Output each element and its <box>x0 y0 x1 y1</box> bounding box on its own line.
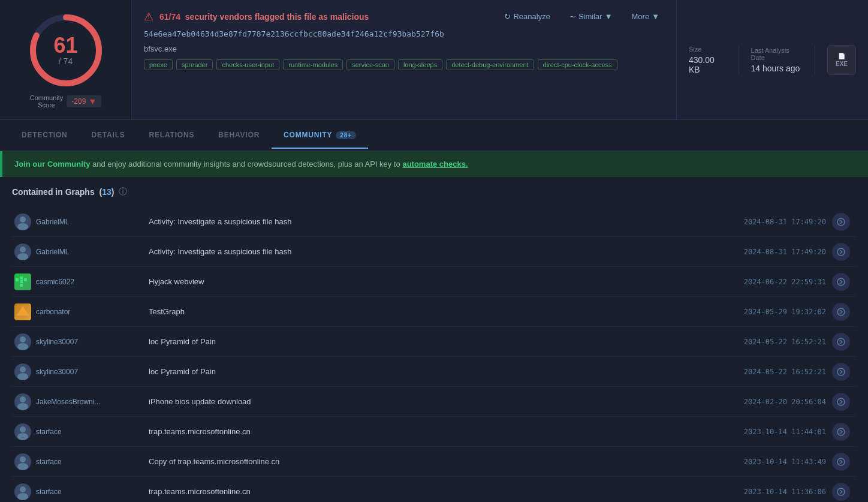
svg-rect-10 <box>24 278 27 281</box>
svg-point-5 <box>20 247 26 252</box>
table-row: carbonatorTestGraph2024-05-29 19:32:02 <box>12 297 856 327</box>
graph-name[interactable]: Hyjack webview <box>144 277 706 286</box>
file-tag[interactable]: checks-user-input <box>216 59 279 70</box>
col-avatar-7: starface <box>12 423 144 440</box>
svg-point-20 <box>17 373 28 380</box>
alert-text: 61/74 security vendors flagged this file… <box>159 12 369 22</box>
tabs-bar: DETECTIONDETAILSRELATIONSBEHAVIORCOMMUNI… <box>0 120 868 151</box>
graph-name[interactable]: iPhone bios update download <box>144 397 706 406</box>
file-name: bfsvc.exe <box>144 44 664 53</box>
graph-action-button[interactable] <box>832 483 850 501</box>
file-tag[interactable]: service-scan <box>346 59 394 70</box>
col-action <box>826 303 856 321</box>
table-row: skyline30007loc Pyramid of Pain2024-05-2… <box>12 327 856 357</box>
chevron-down-icon-more: ▼ <box>652 12 659 21</box>
username[interactable]: skyline30007 <box>36 368 78 376</box>
tab-behavior[interactable]: BEHAVIOR <box>206 122 272 149</box>
graph-name[interactable]: loc Pyramid of Pain <box>144 367 706 376</box>
reanalyze-icon: ↻ <box>504 12 511 21</box>
svg-point-17 <box>17 343 28 350</box>
graph-date: 2024-05-22 16:52:21 <box>706 368 826 376</box>
tab-community[interactable]: COMMUNITY28+ <box>272 122 368 149</box>
graph-action-button[interactable] <box>832 393 850 411</box>
username[interactable]: starface <box>36 458 62 466</box>
file-tag[interactable]: runtime-modules <box>283 59 343 70</box>
graph-date: 2024-05-29 19:32:02 <box>706 308 826 316</box>
col-action <box>826 213 856 231</box>
graph-action-button[interactable] <box>832 273 850 291</box>
graph-name[interactable]: Activity: Investigate a suspicious file … <box>144 247 706 256</box>
join-community-link[interactable]: Join our Community <box>14 160 90 169</box>
analysis-label: Last Analysis Date <box>751 47 803 61</box>
reanalyze-button[interactable]: ↻ Reanalyze <box>499 10 554 23</box>
graphs-header: Contained in Graphs (13) ⓘ <box>12 187 856 197</box>
avatar <box>14 214 31 230</box>
graph-name[interactable]: trap.teams.microsoftonline.cn <box>144 427 706 436</box>
username[interactable]: starface <box>36 428 62 436</box>
graph-action-button[interactable] <box>832 213 850 231</box>
graph-action-button[interactable] <box>832 363 850 381</box>
more-button[interactable]: More ▼ <box>627 10 665 23</box>
svg-point-18 <box>837 338 845 345</box>
col-action <box>826 273 856 291</box>
svg-point-6 <box>17 253 28 260</box>
tags-row: peexespreaderchecks-user-inputruntime-mo… <box>144 59 664 70</box>
tab-relations[interactable]: RELATIONS <box>137 122 207 149</box>
graph-name[interactable]: Activity: Investigate a suspicious file … <box>144 217 706 226</box>
graph-date: 2023-10-14 11:44:01 <box>706 428 826 436</box>
file-hash[interactable]: 54e6ea47eb04634d3e87fd7787e2136ccfbcc80a… <box>144 29 664 38</box>
graph-name[interactable]: trap.teams.microsoftonline.cn <box>144 487 706 496</box>
svg-point-16 <box>20 336 26 342</box>
username[interactable]: JakeMosesBrowni... <box>36 398 100 406</box>
graph-action-button[interactable] <box>832 453 850 471</box>
svg-point-3 <box>17 223 28 230</box>
username[interactable]: casmic6022 <box>36 278 74 286</box>
graph-name[interactable]: Copy of trap.teams.microsoftonline.cn <box>144 457 706 466</box>
graph-name[interactable]: loc Pyramid of Pain <box>144 337 706 346</box>
avatar <box>14 393 31 410</box>
graph-name[interactable]: TestGraph <box>144 307 706 316</box>
graph-action-button[interactable] <box>832 243 850 261</box>
graph-action-button[interactable] <box>832 303 850 321</box>
col-avatar-2: casmic6022 <box>12 273 144 290</box>
tab-detection[interactable]: DETECTION <box>10 122 80 149</box>
automate-checks-link[interactable]: automate checks. <box>402 160 468 169</box>
down-arrow-icon: ▼ <box>88 97 97 106</box>
col-avatar-9: starface <box>12 483 144 500</box>
svg-point-31 <box>20 486 26 492</box>
col-avatar-1: GabrielML <box>12 244 144 260</box>
alert-row: ⚠ 61/74 security vendors flagged this fi… <box>144 10 664 23</box>
svg-point-15 <box>837 308 845 315</box>
svg-point-7 <box>837 248 845 255</box>
file-tag[interactable]: detect-debug-environment <box>446 59 534 70</box>
col-avatar-5: skyline30007 <box>12 363 144 380</box>
col-avatar-6: JakeMosesBrowni... <box>12 393 144 410</box>
file-tag[interactable]: spreader <box>176 59 213 70</box>
svg-rect-8 <box>16 278 19 281</box>
username[interactable]: GabrielML <box>36 248 69 256</box>
username[interactable]: skyline30007 <box>36 338 78 346</box>
analysis-value: 14 hours ago <box>751 64 803 73</box>
community-score-label: CommunityScore <box>30 94 64 109</box>
exe-symbol: 📄 <box>838 53 845 59</box>
col-action <box>826 243 856 261</box>
tab-badge-community: 28+ <box>336 131 355 139</box>
svg-marker-14 <box>17 306 29 315</box>
info-icon[interactable]: ⓘ <box>119 187 127 197</box>
username[interactable]: GabrielML <box>36 218 69 226</box>
avatar <box>14 333 31 350</box>
username[interactable]: carbonator <box>36 308 70 316</box>
username[interactable]: starface <box>36 488 62 496</box>
tab-details[interactable]: DETAILS <box>80 122 137 149</box>
svg-point-28 <box>20 456 26 462</box>
svg-rect-12 <box>20 284 23 287</box>
file-tag[interactable]: long-sleeps <box>398 59 442 70</box>
file-tag[interactable]: peexe <box>144 59 173 70</box>
similar-button[interactable]: ∼ Similar ▼ <box>565 10 617 23</box>
svg-point-4 <box>837 218 845 226</box>
col-avatar-8: starface <box>12 453 144 470</box>
svg-point-13 <box>837 278 845 285</box>
file-tag[interactable]: direct-cpu-clock-access <box>538 59 617 70</box>
graph-action-button[interactable] <box>832 333 850 351</box>
graph-action-button[interactable] <box>832 423 850 441</box>
